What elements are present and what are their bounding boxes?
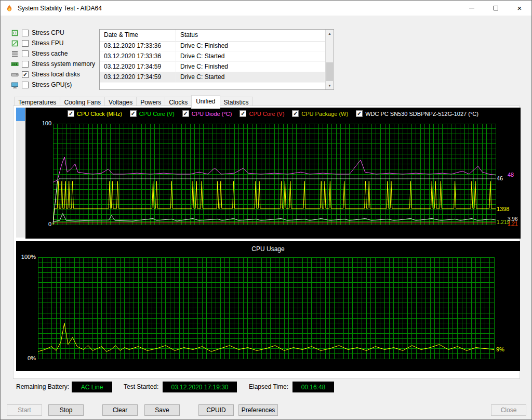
stress-option-stress-gpu-s[interactable]: Stress GPU(s)	[11, 80, 72, 90]
y-axis-min-label: 0%	[18, 355, 36, 361]
stress-option-label: Stress system memory	[32, 60, 95, 68]
checkbox-stress-local-disks[interactable]: ✓	[22, 71, 29, 78]
current-value-label: 46	[497, 175, 503, 181]
log-column-status[interactable]: Status	[176, 30, 334, 41]
event-log-table[interactable]: Date & Time Status 03.12.2020 17:33:36Dr…	[99, 29, 334, 90]
log-cell-datetime: 03.12.2020 17:33:36	[100, 51, 176, 61]
current-value-label: 48	[508, 172, 514, 178]
stress-option-label: Stress GPU(s)	[32, 81, 72, 88]
memory-icon	[11, 60, 19, 68]
maximize-button[interactable]	[484, 1, 508, 16]
checkbox-stress-cache[interactable]	[22, 50, 29, 57]
cpuid-button[interactable]: CPUID	[198, 404, 234, 416]
fpu-icon	[11, 40, 19, 47]
start-button: Start	[7, 404, 42, 416]
log-row[interactable]: 03.12.2020 17:34:59Drive C: Started	[100, 72, 325, 83]
y-axis-max-label: 100%	[18, 254, 36, 260]
checkbox-stress-cpu[interactable]	[22, 30, 29, 36]
log-cell-status: Drive C: Finished	[176, 62, 325, 72]
window-title: System Stability Test - AIDA64	[18, 5, 102, 12]
tab-page-unified: ✓CPU Clock (MHz)✓CPU Core (V)✓CPU Diode …	[13, 106, 520, 379]
window-controls: ×	[460, 1, 531, 16]
unified-chart-plot	[25, 108, 521, 239]
minimize-icon	[469, 8, 474, 8]
close-button[interactable]: ×	[508, 1, 531, 16]
log-cell-datetime: 03.12.2020 17:34:59	[100, 62, 176, 72]
preferences-button[interactable]: Preferences	[238, 404, 278, 416]
status-label-elapsed-time: Elapsed Time:	[249, 382, 288, 392]
log-cell-datetime: 03.12.2020 17:33:36	[100, 41, 176, 51]
log-table-header: Date & Time Status	[100, 30, 334, 42]
current-value-label: 9%	[496, 346, 504, 352]
log-column-datetime[interactable]: Date & Time	[100, 30, 176, 41]
titlebar: System Stability Test - AIDA64 ×	[1, 1, 531, 16]
disk-icon	[11, 71, 19, 78]
stress-option-label: Stress cache	[32, 50, 68, 57]
stress-option-stress-local-disks[interactable]: ✓Stress local disks	[11, 69, 80, 80]
status-value-remaining-battery: AC Line	[72, 382, 112, 392]
log-cell-datetime: 03.12.2020 17:34:59	[100, 72, 176, 82]
tab-unified[interactable]: Unified	[191, 95, 220, 109]
status-label-remaining-battery: Remaining Battery:	[16, 382, 69, 392]
log-row[interactable]: 03.12.2020 17:33:36Drive C: Finished	[100, 41, 325, 51]
chart-scrollbar-thumb[interactable]	[16, 108, 25, 121]
stop-button[interactable]: Stop	[48, 404, 84, 416]
app-flame-icon	[5, 4, 14, 12]
stress-option-stress-cpu[interactable]: Stress CPU	[11, 28, 64, 38]
scroll-down-icon[interactable]: ▼	[326, 82, 334, 89]
current-value-label: 1398	[497, 206, 509, 212]
stress-option-stress-fpu[interactable]: Stress FPU	[11, 38, 63, 48]
gpu-icon	[11, 81, 19, 89]
save-button[interactable]: Save	[144, 404, 180, 416]
status-label-test-started: Test Started:	[124, 382, 158, 392]
app-window: System Stability Test - AIDA64 × Stress …	[0, 0, 532, 420]
checkbox-stress-fpu[interactable]	[22, 40, 29, 47]
log-scrollbar[interactable]: ▲ ▼	[325, 30, 334, 89]
cpu-usage-plot	[16, 241, 520, 371]
clear-button[interactable]: Clear	[102, 404, 138, 416]
stress-option-label: Stress FPU	[32, 40, 63, 47]
status-value-elapsed-time: 00:16:48	[292, 382, 334, 392]
maximize-icon	[494, 6, 498, 10]
close-button: Close	[491, 404, 526, 416]
stress-option-stress-cache[interactable]: Stress cache	[11, 48, 68, 59]
log-cell-status: Drive C: Started	[176, 51, 325, 61]
unified-chart: ✓CPU Clock (MHz)✓CPU Core (V)✓CPU Diode …	[25, 108, 521, 239]
y-axis-min-label: 0	[35, 221, 51, 227]
current-value-label: 1.21	[508, 221, 517, 227]
checkbox-stress-gpu-s[interactable]	[22, 82, 29, 88]
stress-option-label: Stress CPU	[32, 29, 64, 36]
stress-option-label: Stress local disks	[32, 71, 80, 78]
y-axis-max-label: 100	[35, 120, 51, 126]
log-cell-status: Drive C: Started	[176, 72, 325, 82]
log-row[interactable]: 03.12.2020 17:34:59Drive C: Finished	[100, 62, 325, 72]
log-row[interactable]: 03.12.2020 17:33:36Drive C: Started	[100, 51, 325, 62]
log-rows: 03.12.2020 17:33:36Drive C: Finished03.1…	[100, 41, 325, 89]
tab-bar: TemperaturesCooling FansVoltagesPowersCl…	[14, 95, 252, 107]
log-scrollbar-thumb[interactable]	[326, 62, 333, 81]
status-value-test-started: 03.12.2020 17:19:30	[163, 382, 237, 392]
chart-scrollbar[interactable]	[16, 108, 25, 238]
log-cell-status: Drive C: Finished	[176, 41, 325, 51]
cache-icon	[11, 50, 19, 58]
minimize-button[interactable]	[460, 1, 484, 16]
scroll-up-icon[interactable]: ▲	[326, 30, 334, 37]
stress-option-stress-system-memory[interactable]: Stress system memory	[11, 59, 95, 69]
cpu-usage-chart: CPU Usage 100% 0% 9%	[16, 241, 520, 371]
cpu-icon	[11, 29, 19, 37]
close-icon: ×	[517, 4, 522, 12]
checkbox-stress-system-memory[interactable]	[22, 61, 29, 68]
